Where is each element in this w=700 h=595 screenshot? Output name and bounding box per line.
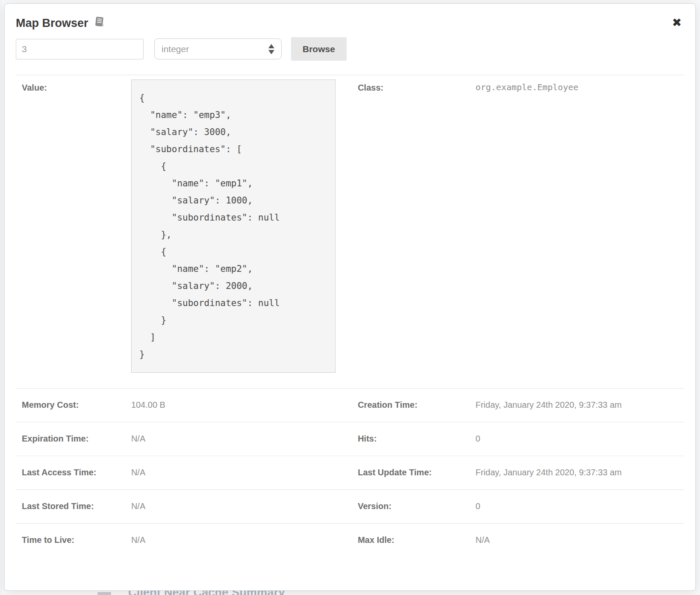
- time-to-live-value: N/A: [129, 524, 347, 557]
- detail-row: Last Access Time: N/A Last Update Time: …: [16, 456, 684, 490]
- value-json-text: { "name": "emp3", "salary": 3000, "subor…: [139, 89, 327, 363]
- key-input[interactable]: [16, 39, 144, 59]
- memory-cost-value: 104.00 B: [129, 389, 347, 422]
- last-update-time-value: Friday, January 24th 2020, 9:37:33 am: [467, 456, 684, 490]
- creation-time-label: Creation Time:: [347, 389, 467, 422]
- time-to-live-label: Time to Live:: [16, 524, 129, 557]
- book-icon: [93, 15, 106, 31]
- last-stored-time-value: N/A: [129, 490, 347, 524]
- detail-row: Expiration Time: N/A Hits: 0: [16, 422, 684, 456]
- last-stored-time-label: Last Stored Time:: [16, 490, 129, 524]
- background-ui-fragment: [97, 592, 111, 595]
- value-cell: { "name": "emp3", "salary": 3000, "subor…: [129, 75, 347, 389]
- expiration-time-value: N/A: [129, 422, 347, 456]
- key-type-selected-option: integer: [162, 44, 189, 54]
- last-update-time-label: Last Update Time:: [347, 456, 467, 490]
- value-json-viewer: { "name": "emp3", "salary": 3000, "subor…: [131, 80, 335, 373]
- close-icon[interactable]: ✖: [672, 17, 682, 28]
- class-value: org.example.Employee: [467, 75, 684, 389]
- modal-header: Map Browser ✖: [16, 4, 684, 34]
- key-type-select[interactable]: integer: [154, 38, 282, 59]
- hits-label: Hits:: [347, 422, 467, 456]
- entry-detail-table: Value: { "name": "emp3", "salary": 3000,…: [16, 75, 684, 557]
- max-idle-value: N/A: [467, 524, 684, 557]
- browse-controls: integer Browse: [16, 37, 684, 61]
- memory-cost-label: Memory Cost:: [16, 389, 129, 422]
- value-class-row: Value: { "name": "emp3", "salary": 3000,…: [16, 75, 684, 389]
- background-page-edge: [1, 0, 1, 595]
- last-access-time-value: N/A: [129, 456, 347, 490]
- max-idle-label: Max Idle:: [347, 524, 467, 557]
- map-browser-modal: Map Browser ✖ integer Browse: [4, 3, 696, 591]
- version-label: Version:: [347, 490, 467, 524]
- last-access-time-label: Last Access Time:: [16, 456, 129, 490]
- hits-value: 0: [467, 422, 684, 456]
- detail-row: Last Stored Time: N/A Version: 0: [16, 490, 684, 524]
- detail-row: Time to Live: N/A Max Idle: N/A: [16, 524, 684, 557]
- detail-row: Memory Cost: 104.00 B Creation Time: Fri…: [16, 389, 684, 422]
- class-label: Class:: [347, 75, 467, 389]
- browse-button[interactable]: Browse: [291, 37, 347, 61]
- value-label: Value:: [16, 75, 129, 389]
- updown-arrows-icon: [268, 44, 274, 54]
- modal-title-text: Map Browser: [16, 17, 88, 30]
- creation-time-value: Friday, January 24th 2020, 9:37:33 am: [467, 389, 684, 422]
- modal-title: Map Browser: [16, 16, 105, 30]
- version-value: 0: [467, 490, 684, 524]
- expiration-time-label: Expiration Time:: [16, 422, 129, 456]
